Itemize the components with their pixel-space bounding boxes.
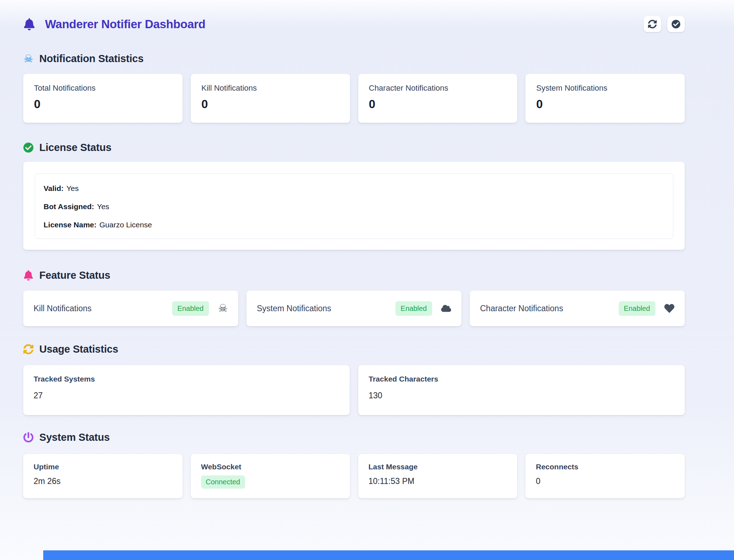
license-name-value: Guarzo License [99, 221, 152, 229]
section-title: System Status [39, 432, 110, 443]
refresh-button[interactable] [644, 16, 661, 32]
skull-crossbones-icon: ☠ [23, 54, 34, 64]
license-status-header: License Status [23, 142, 685, 153]
system-status-header: System Status [23, 432, 685, 443]
system-value: 0 [536, 476, 674, 486]
feature-label: Kill Notifications [34, 304, 172, 313]
feature-label: System Notifications [257, 304, 395, 313]
license-details-box: Valid:Yes Bot Assigned:Yes License Name:… [35, 173, 673, 239]
check-circle-icon [23, 142, 34, 153]
usage-stats-header: Usage Statistics [23, 343, 685, 355]
status-badge: Enabled [619, 301, 655, 316]
stat-card-character: Character Notifications 0 [358, 74, 518, 123]
feature-card-system: System Notifications Enabled [246, 291, 461, 326]
app-header: Wanderer Notifier Dashboard [23, 16, 685, 32]
sync-icon [648, 20, 657, 29]
cloud-icon [441, 303, 451, 313]
system-card-uptime: Uptime 2m 26s [23, 454, 183, 498]
notification-stats-row: Total Notifications 0 Kill Notifications… [23, 74, 685, 123]
usage-label: Tracked Systems [34, 375, 339, 383]
check-circle-icon [671, 20, 680, 29]
license-name-label: License Name: [44, 221, 96, 229]
usage-stats-row: Tracked Systems 27 Tracked Characters 13… [23, 365, 685, 415]
feature-label: Character Notifications [480, 304, 619, 313]
system-label: WebSocket [201, 463, 340, 471]
bell-icon [23, 270, 34, 281]
usage-label: Tracked Characters [369, 375, 674, 383]
system-card-last-message: Last Message 10:11:53 PM [358, 454, 518, 498]
license-bot-label: Bot Assigned: [44, 202, 94, 211]
notification-stats-header: ☠ Notification Statistics [23, 53, 685, 65]
license-valid-value: Yes [66, 184, 79, 192]
usage-card-systems: Tracked Systems 27 [23, 365, 350, 415]
page-container: Wanderer Notifier Dashboard ☠ Notificati… [23, 0, 685, 498]
section-title: Usage Statistics [39, 343, 118, 355]
status-check-button[interactable] [667, 16, 685, 32]
sync-icon [23, 344, 34, 354]
stat-value: 0 [34, 97, 172, 111]
system-value: 10:11:53 PM [369, 476, 507, 486]
stat-value: 0 [369, 97, 507, 111]
usage-card-characters: Tracked Characters 130 [358, 365, 685, 415]
feature-card-kill: Kill Notifications Enabled ☠ [23, 291, 238, 326]
page-title: Wanderer Notifier Dashboard [45, 17, 205, 31]
section-title: Feature Status [39, 269, 110, 281]
system-status-row: Uptime 2m 26s WebSocket Connected Last M… [23, 454, 685, 498]
system-card-websocket: WebSocket Connected [191, 454, 350, 498]
skull-crossbones-icon: ☠ [218, 303, 228, 313]
license-name-row: License Name:Guarzo License [44, 221, 664, 229]
bell-icon [23, 18, 35, 30]
stat-label: Kill Notifications [201, 84, 339, 93]
header-actions [644, 16, 685, 32]
heart-icon [664, 303, 674, 313]
section-title: License Status [39, 142, 111, 153]
stat-value: 0 [536, 97, 674, 111]
status-badge: Enabled [172, 301, 209, 316]
license-valid-row: Valid:Yes [44, 184, 664, 193]
license-valid-label: Valid: [44, 184, 64, 192]
feature-status-row: Kill Notifications Enabled ☠ System Noti… [23, 291, 685, 326]
feature-card-character: Character Notifications Enabled [470, 291, 685, 326]
connection-badge: Connected [201, 475, 245, 489]
license-bot-value: Yes [97, 202, 109, 211]
stat-value: 0 [201, 97, 339, 111]
license-bot-row: Bot Assigned:Yes [44, 202, 664, 211]
system-label: Reconnects [536, 463, 674, 471]
power-icon [23, 432, 34, 443]
section-title: Notification Statistics [39, 53, 144, 65]
status-badge: Enabled [395, 301, 432, 316]
usage-value: 27 [34, 391, 339, 400]
license-card: Valid:Yes Bot Assigned:Yes License Name:… [23, 162, 685, 250]
stat-card-total: Total Notifications 0 [23, 74, 183, 123]
stat-card-system: System Notifications 0 [525, 74, 685, 123]
feature-status-header: Feature Status [23, 269, 685, 281]
stat-label: Total Notifications [34, 84, 172, 93]
usage-value: 130 [369, 391, 674, 400]
bottom-scroll-bar[interactable] [43, 550, 734, 560]
system-card-reconnects: Reconnects 0 [525, 454, 685, 498]
system-label: Uptime [34, 463, 172, 471]
system-label: Last Message [369, 463, 507, 471]
system-value: 2m 26s [34, 476, 172, 486]
stat-label: System Notifications [536, 84, 674, 93]
stat-label: Character Notifications [369, 84, 507, 93]
stat-card-kill: Kill Notifications 0 [191, 74, 350, 123]
